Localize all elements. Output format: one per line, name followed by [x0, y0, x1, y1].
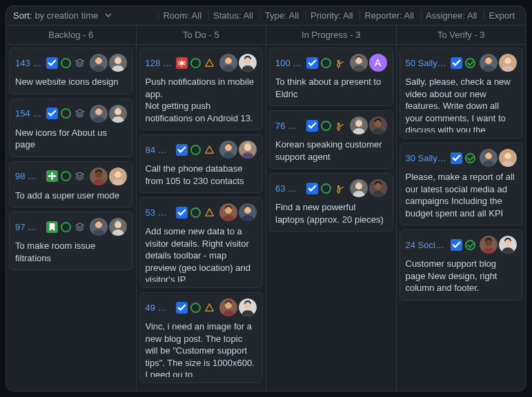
card-header: 128 Research ... — [146, 54, 257, 72]
card-header: 50 Sally French — [406, 54, 518, 72]
status-open-icon — [190, 303, 201, 313]
svg-point-0 — [180, 61, 184, 65]
card-title: 50 Sally French — [406, 58, 447, 68]
card-avatars — [480, 236, 517, 254]
card-description: Vinc, i need an image for a new blog pos… — [146, 320, 257, 377]
card-icons — [46, 221, 86, 233]
card-icons — [306, 57, 346, 69]
avatar — [480, 236, 497, 254]
card-icons — [306, 183, 346, 194]
avatar — [219, 203, 237, 221]
card[interactable]: 128 Research ... Push notifications in m… — [139, 48, 264, 130]
in-progress-icon — [334, 183, 346, 194]
filter-type[interactable]: Type: All — [260, 10, 303, 21]
card-description: New icons for About us page — [15, 127, 127, 151]
card[interactable]: 49 Social Media Vinc, i need an image fo… — [139, 292, 264, 383]
card[interactable]: 143 Marketing ... New website icons desi… — [9, 48, 133, 94]
card-avatars — [219, 298, 257, 316]
card-icons — [46, 57, 86, 69]
status-open-icon — [321, 121, 331, 131]
task-icon — [176, 302, 188, 314]
card-avatars — [219, 203, 257, 221]
card[interactable]: 50 Sally French Sally, please, check a n… — [400, 48, 524, 139]
sort-label: Sort: — [13, 10, 32, 21]
column: In Progress - 3 100 Office talks A To th… — [266, 26, 397, 391]
card-header: 97 Kevin Clarke — [15, 218, 127, 236]
status-check-icon — [465, 240, 475, 250]
kanban-board: Sort: by creation time Room: All Status:… — [6, 6, 526, 391]
card[interactable]: 30 Sally French Please, make a report of… — [400, 143, 524, 225]
avatar — [109, 167, 127, 185]
card-title: 53 Kevin Clarke — [146, 207, 173, 218]
task-icon — [306, 120, 318, 132]
filter-priority[interactable]: Priority: All — [306, 10, 357, 21]
columns: Backlog - 6 143 Marketing ... New websit… — [6, 26, 526, 391]
card-icons — [46, 170, 86, 182]
card-icons — [451, 57, 475, 69]
card[interactable]: 63 Bwana Mb... Find a new powerful lapto… — [269, 173, 393, 232]
avatar — [219, 141, 237, 159]
avatar — [350, 179, 368, 197]
card-avatars — [480, 54, 517, 72]
column-header: To Verify - 3 — [397, 26, 526, 45]
column-body: 128 Research ... Push notifications in m… — [137, 45, 266, 391]
card-icons — [306, 120, 346, 132]
card-icons — [176, 207, 215, 218]
card-icons — [46, 108, 86, 119]
avatar — [239, 203, 257, 221]
status-open-icon — [61, 171, 71, 181]
card-description: Call the phone database from 105 to 230 … — [146, 163, 257, 187]
card[interactable]: 84 Nancy Olson Call the phone database f… — [139, 134, 264, 193]
card-avatars: A — [350, 54, 387, 72]
card-header: 84 Nancy Olson — [146, 141, 257, 159]
card[interactable]: 24 Social Media Customer support blog pa… — [400, 230, 524, 301]
export-button[interactable]: Export — [484, 10, 519, 21]
filter-status[interactable]: Status: All — [208, 10, 257, 21]
in-progress-icon — [334, 120, 346, 132]
card-description: New website icons design — [15, 76, 127, 88]
avatar — [239, 298, 257, 316]
column-header: To Do - 5 — [137, 26, 266, 45]
filter-reporter[interactable]: Reporter: All — [359, 10, 418, 21]
card-description: To make room issue filtrations — [15, 240, 127, 264]
avatar — [239, 54, 257, 72]
card[interactable]: 53 Kevin Clarke Add some new data to a v… — [139, 197, 264, 288]
card-icons — [451, 152, 475, 164]
card-avatars — [90, 218, 127, 236]
filter-room[interactable]: Room: All — [158, 10, 206, 21]
sort-dropdown[interactable]: by creation time — [35, 10, 98, 21]
avatar — [369, 116, 387, 134]
avatar — [90, 218, 108, 236]
card-header: 30 Sally French — [406, 149, 518, 167]
avatar — [90, 105, 108, 123]
toolbar: Sort: by creation time Room: All Status:… — [6, 6, 526, 26]
card-title: 63 Bwana Mb... — [275, 183, 302, 194]
card-header: 143 Marketing ... — [15, 54, 127, 72]
avatar — [350, 116, 368, 134]
status-open-icon — [321, 183, 331, 194]
card-avatars — [350, 116, 387, 134]
card[interactable]: 97 Kevin Clarke To make room issue filtr… — [9, 212, 133, 270]
card-avatars — [90, 54, 127, 72]
card-title: 30 Sally French — [406, 153, 447, 163]
card[interactable]: 100 Office talks A To think about a pres… — [269, 48, 393, 106]
task-icon — [176, 144, 188, 156]
column-body: 100 Office talks A To think about a pres… — [266, 45, 396, 391]
card-title: 128 Research ... — [146, 58, 173, 68]
card-icons — [176, 302, 215, 314]
card[interactable]: 154 Marketing ... New icons for About us… — [9, 99, 133, 157]
card-description: To add a super user mode — [15, 190, 127, 202]
column: To Do - 5 128 Research ... Push notifica… — [137, 26, 267, 391]
card[interactable]: 76 Yao Guang Korean speaking customer su… — [269, 110, 393, 169]
avatar: A — [369, 54, 387, 72]
story-icon — [46, 221, 58, 233]
card[interactable]: 98 Helen Bell To add a super user mode — [9, 161, 133, 208]
task-icon — [306, 57, 318, 69]
avatar — [239, 141, 257, 159]
filter-assignee[interactable]: Assignee: All — [421, 10, 481, 21]
task-icon — [176, 207, 188, 218]
priority-icon — [204, 207, 215, 218]
card-description: Please, make a report of all our latest … — [406, 171, 518, 219]
status-open-icon — [321, 58, 331, 68]
card-header: 76 Yao Guang — [275, 116, 387, 134]
